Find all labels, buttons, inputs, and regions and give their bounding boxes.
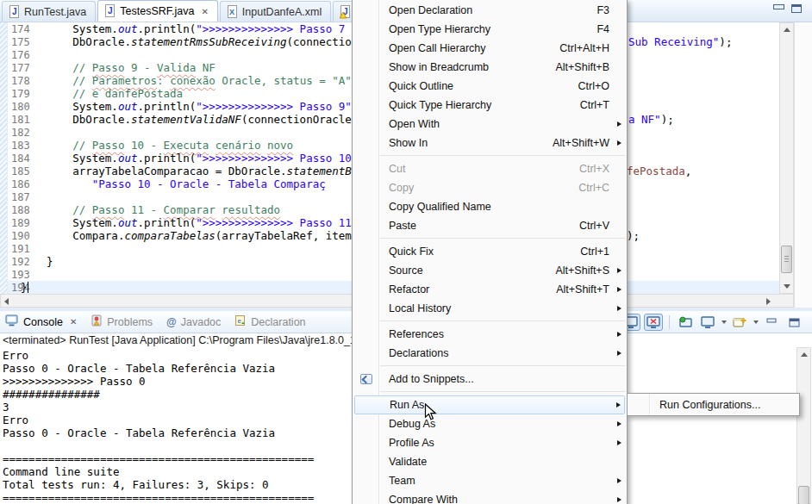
submenu-arrow-icon xyxy=(613,421,625,426)
show-console-stderr-icon[interactable] xyxy=(644,314,663,331)
submenu-arrow-icon xyxy=(613,268,625,273)
menu-item-quick-outline[interactable]: Quick OutlineCtrl+O xyxy=(354,77,625,96)
menu-item-copy[interactable]: CopyCtrl+C xyxy=(354,178,625,197)
submenu-item-run-configurations[interactable]: Run Configurations... xyxy=(629,395,797,414)
eclipse-window: JRunTest.javaJTestesSRF.java✕XInputDanfe… xyxy=(0,0,812,504)
menu-shortcut: Ctrl+X xyxy=(579,163,609,175)
menu-item-label: Add to Snippets... xyxy=(389,373,609,385)
menu-item-cut[interactable]: CutCtrl+X xyxy=(354,159,625,178)
menu-item-label: Open Type Hierarchy xyxy=(389,23,597,35)
code-line-fragment: a NF"); xyxy=(628,113,674,126)
menu-item-open-with[interactable]: Open With xyxy=(354,115,625,134)
menu-separator xyxy=(380,365,625,366)
menu-item-open-call-hierarchy[interactable]: Open Call HierarchyCtrl+Alt+H xyxy=(354,39,625,58)
menu-separator xyxy=(380,391,625,392)
scroll-up-icon[interactable] xyxy=(801,352,808,357)
menu-item-profile-as[interactable]: Profile As xyxy=(354,433,625,452)
menu-item-add-to-snippets[interactable]: Add to Snippets... xyxy=(354,370,625,389)
console-tab-label: Javadoc xyxy=(181,316,222,328)
scroll-up-icon[interactable] xyxy=(784,28,790,32)
console-tab-problems[interactable]: Problems xyxy=(91,314,153,329)
menu-item-team[interactable]: Team xyxy=(354,471,625,490)
menu-item-compare-with[interactable]: Compare With xyxy=(354,490,625,504)
menu-item-open-type-hierarchy[interactable]: Open Type HierarchyF4 xyxy=(354,20,625,39)
menu-item-label: Open With xyxy=(389,118,609,130)
svg-text:J: J xyxy=(108,6,113,16)
maximize-editor-icon[interactable] xyxy=(791,4,802,13)
menu-separator xyxy=(380,238,625,239)
editor-window-controls xyxy=(773,4,802,13)
thumb-grip xyxy=(784,256,789,262)
console-tab-javadoc[interactable]: @Javadoc xyxy=(166,316,221,328)
submenu-arrow-icon xyxy=(613,351,625,356)
console-tab-label: Console xyxy=(23,316,63,328)
menu-shortcut: Alt+Shift+W xyxy=(553,137,609,149)
menu-item-open-declaration[interactable]: Open DeclarationF3 xyxy=(354,1,625,20)
editor-vscroll-thumb[interactable] xyxy=(781,246,792,273)
menu-item-label: Quick Fix xyxy=(389,246,580,258)
menu-item-quick-type-hierarchy[interactable]: Quick Type HierarchyCtrl+T xyxy=(354,96,625,115)
submenu-arrow-icon xyxy=(613,140,625,146)
dropdown-arrow-icon[interactable] xyxy=(721,320,727,324)
pin-console-icon[interactable] xyxy=(676,314,695,331)
scroll-right-icon[interactable] xyxy=(766,298,771,305)
menu-item-copy-qualified-name[interactable]: Copy Qualified Name xyxy=(354,197,625,216)
menu-shortcut: Ctrl+O xyxy=(578,80,609,92)
menu-item-label: Open Declaration xyxy=(389,4,597,16)
dropdown-arrow-icon[interactable] xyxy=(753,320,759,324)
menu-item-label: Quick Type Hierarchy xyxy=(389,99,580,111)
scroll-left-icon[interactable] xyxy=(4,298,9,305)
menu-item-label: Open Call Hierarchy xyxy=(389,42,559,54)
menu-shortcut: F4 xyxy=(597,23,609,35)
menu-item-source[interactable]: SourceAlt+Shift+S xyxy=(354,261,625,280)
submenu-arrow-icon xyxy=(613,478,625,483)
menu-item-label: Run As xyxy=(390,399,609,411)
console-tab-label: Problems xyxy=(107,316,153,328)
menu-item-run-as[interactable]: Run As xyxy=(354,395,625,414)
menu-item-show-in-breadcrumb[interactable]: Show in BreadcrumbAlt+Shift+B xyxy=(354,58,625,77)
menu-item-validate[interactable]: Validate xyxy=(354,452,625,471)
submenu-arrow-icon xyxy=(613,497,625,502)
menu-item-paste[interactable]: PasteCtrl+V xyxy=(354,216,625,235)
problems-icon xyxy=(91,314,103,329)
scroll-down-icon[interactable] xyxy=(784,284,790,289)
console-tab-console[interactable]: Console✕ xyxy=(5,314,77,329)
tab-label: InputDanfeA.xml xyxy=(242,6,322,18)
menu-item-debug-as[interactable]: Debug As xyxy=(354,414,625,433)
console-vertical-scrollbar[interactable] xyxy=(796,347,811,504)
menu-item-declarations[interactable]: Declarations xyxy=(354,344,625,363)
menu-item-refactor[interactable]: RefactorAlt+Shift+T xyxy=(354,280,625,299)
close-icon[interactable]: ✕ xyxy=(201,7,208,16)
javadoc-icon: @ xyxy=(166,316,177,328)
minimize-editor-icon[interactable] xyxy=(773,4,783,12)
java-warning-file-icon: J xyxy=(340,5,351,19)
tab-runtest-java[interactable]: JRunTest.java xyxy=(2,1,96,22)
maximize-console-icon[interactable] xyxy=(784,314,803,331)
svg-text:X: X xyxy=(229,8,234,16)
code-line-fragment: fePostada, xyxy=(627,165,691,177)
menu-item-local-history[interactable]: Local History xyxy=(354,299,625,318)
menu-shortcut: Alt+Shift+T xyxy=(556,283,609,296)
close-icon[interactable]: ✕ xyxy=(70,317,77,327)
snippet-icon xyxy=(354,374,378,384)
menu-item-label: Declarations xyxy=(389,347,609,359)
console-vscroll-thumb[interactable] xyxy=(798,486,809,504)
menu-shortcut: Ctrl+Alt+H xyxy=(559,42,609,54)
menu-item-show-in[interactable]: Show InAlt+Shift+W xyxy=(354,134,625,152)
minimize-console-icon[interactable] xyxy=(762,314,781,331)
menu-item-references[interactable]: References xyxy=(354,325,625,344)
tab-testessrf-java[interactable]: JTestesSRF.java✕ xyxy=(97,0,218,22)
open-console-icon[interactable] xyxy=(730,314,749,331)
tab-inputdanfea-xml[interactable]: XInputDanfeA.xml xyxy=(220,1,331,22)
menu-item-quick-fix[interactable]: Quick FixCtrl+1 xyxy=(354,242,625,261)
display-selected-console-icon[interactable] xyxy=(698,314,717,331)
editor-vertical-scrollbar[interactable] xyxy=(779,22,794,294)
menu-item-label: Copy Qualified Name xyxy=(389,201,609,213)
svg-text:J: J xyxy=(12,7,17,16)
menu-item-label: Refactor xyxy=(389,283,556,296)
menu-shortcut: Alt+Shift+S xyxy=(555,264,609,277)
console-tab-label: Declaration xyxy=(251,316,305,328)
tab-label: RunTest.java xyxy=(24,6,86,18)
tab-label: TestesSRF.java xyxy=(120,5,194,17)
console-tab-declaration[interactable]: eDeclaration xyxy=(234,314,305,329)
